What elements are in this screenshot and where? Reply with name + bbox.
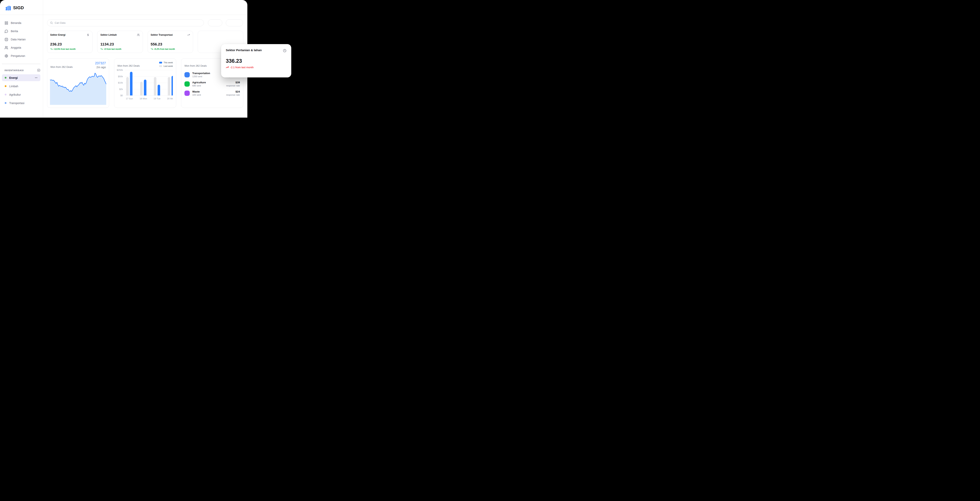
bar-chart-card[interactable]: Won from 262 Deals This week Last week $ [114,59,176,108]
sidebar-item-label: Pengaturan [11,54,25,57]
inventory-item-label: Energi [9,76,18,80]
stat-card-title: Sektor Transportasi [151,33,173,36]
bar-chart-legend: This week Last week [159,61,173,67]
bar-this-week[interactable] [130,72,132,95]
inventory-item-energi[interactable]: Energi [2,74,40,81]
sidebar-item-berita[interactable]: Berita [0,27,43,35]
list-item-name: Waste [192,90,201,93]
overlay-card-trend: -2.1 from last month [230,66,254,69]
list-item-sent: 680 sent [192,84,206,87]
overlay-card-value: 336.23 [226,58,286,64]
transportasi-dot [5,102,6,104]
bar-last-week[interactable] [154,77,156,95]
legend-label: Last week [164,65,173,67]
inventory-item-limbah[interactable]: Limbah [2,83,40,89]
trending-up-icon [226,66,229,69]
list-item-waste[interactable]: Waste 320 sent $24 response rate [185,89,240,97]
search-input[interactable] [55,21,204,24]
list-item-value-label: response rate [226,84,240,87]
dashboard-window: SIGD Beranda Berita [0,0,247,118]
bar-chart-title: Won from 262 Deals [118,65,140,67]
main-content: Sektor Energi 236.23 +12.5% from last [43,15,247,118]
more-options-icon[interactable] [35,76,38,79]
sidebar-item-label: Data Harian [11,38,25,41]
x-axis-tick: 20 Wed [167,97,173,100]
sidebar-item-pengaturan[interactable]: Pengaturan [0,52,43,60]
stat-card-title: Sektor Limbah [100,33,117,36]
limbah-dot [5,85,6,87]
users-icon [5,46,8,49]
list-item-sent: 320 sent [192,94,201,96]
search-icon [50,21,53,24]
trending-down-icon [151,48,153,50]
agriculture-swatch [185,81,190,87]
stat-cards-row: Sektor Energi 236.23 +12.5% from last [47,31,243,53]
agrikultur-dot [5,94,6,95]
inventory-item-label: Agrikultur [9,93,21,96]
list-item-value: $39 [226,81,240,84]
clock-icon [283,49,286,52]
stat-card-value: 1134.23 [100,42,140,46]
stat-card-sektor-limbah[interactable]: Sektor Limbah 1134.23 + [97,31,143,53]
list-item-value: $24 [226,90,240,93]
bar-last-week[interactable] [126,77,129,95]
line-chart-title: Won from 262 Deals [50,66,73,69]
sidebar-divider [2,64,40,64]
bar-chart-plot: 17 Sun18 Mon19 Tue20 Wed [125,70,173,102]
energi-dot [5,77,6,79]
trending-down-icon [50,48,52,50]
sidebar-item-beranda[interactable]: Beranda [0,19,43,27]
sidebar: SIGD Beranda Berita [0,0,43,118]
overlay-card-sektor-pertanian[interactable]: Sektor Pertanian & lahan 336.23 -2.1 fro… [221,44,291,78]
stat-card-trend: +12.5% from last month [54,48,76,50]
list-item-sent: 1250 sent [192,75,210,78]
stat-card-trend: +3 from last month [104,48,121,50]
overlay-card-title: Sektor Pertanian & lahan [226,48,262,52]
search-bar[interactable] [47,19,204,26]
bar-this-week[interactable] [172,76,173,95]
list-item-name: Agriculture [192,81,206,84]
app-logo[interactable]: SIGD [5,5,24,10]
charts-row: Won from 262 Deals 237327 2m ago Won f [47,59,243,108]
line-chart-card[interactable]: Won from 262 Deals 237327 2m ago [47,59,109,108]
message-icon [5,29,8,33]
line-chart-total: 237327 [95,61,106,65]
logo-buildings-icon [5,5,11,10]
add-inventory-button[interactable] [37,68,40,72]
toolbar-button-2[interactable] [226,19,243,26]
area-chart [50,71,106,105]
users-icon [137,33,140,36]
sidebar-item-data-harian[interactable]: Data Harian [0,35,43,43]
sidebar-item-label: Berita [11,30,18,33]
this-week-swatch [159,62,162,64]
checklist-icon [5,38,8,41]
inventory-item-transportasi[interactable]: Transportasi [2,100,40,107]
list-item-value-label: response rate [226,94,240,96]
bar-last-week[interactable] [168,77,170,95]
bar-this-week[interactable] [144,80,146,95]
bar-last-week[interactable] [140,82,143,95]
x-axis-tick: 17 Sun [126,97,133,100]
list-item-agriculture[interactable]: Agriculture 680 sent $39 response rate [185,80,240,88]
inventory-item-label: Transportasi [9,102,24,105]
y-axis-tick: $10k [118,81,123,84]
bar-this-week[interactable] [158,85,160,95]
inventory-section-title: INVENTARISASI [5,69,24,72]
sidebar-item-anggota[interactable]: Anggota [0,43,43,52]
list-card-title: Won from 262 Deals [185,65,207,67]
stat-card-sektor-transportasi[interactable]: Sektor Transportasi 556.23 +5.2% from [148,31,193,53]
stat-card-sektor-energi[interactable]: Sektor Energi 236.23 +12.5% from last [47,31,92,53]
x-axis-tick: 19 Tue [154,97,161,100]
inventory-list: Energi Limbah Agrikultur Transportasi [2,74,40,108]
transportation-swatch [185,72,190,78]
inventory-item-agrikultur[interactable]: Agrikultur [2,91,40,98]
bar-chart: $250k$50k$10k$2k$0 17 Sun18 Mon19 Tue20 … [118,70,173,102]
y-axis-tick: $2k [119,88,123,91]
toolbar-button-1[interactable] [208,19,222,26]
dollar-icon [87,33,89,36]
gear-icon [5,54,8,58]
y-axis-tick: $250k [117,69,123,71]
inventory-item-label: Limbah [9,85,18,88]
list-item-name: Transportation [192,72,210,75]
dashboard-icon [5,21,8,25]
